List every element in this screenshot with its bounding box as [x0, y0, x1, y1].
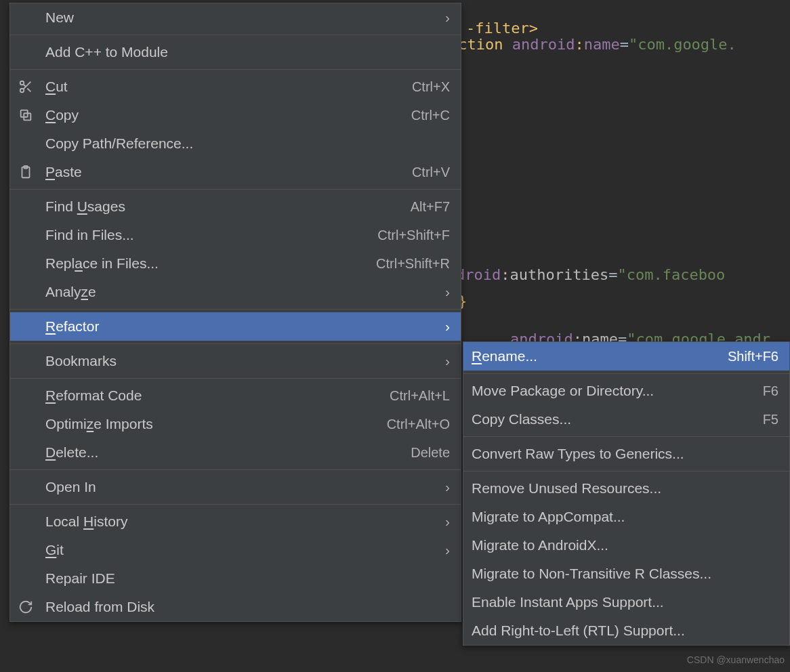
menu-separator: [10, 69, 461, 70]
submenu-enable-instant-label: Enable Instant Apps Support...: [472, 594, 778, 610]
menu-separator: [463, 471, 789, 471]
chevron-right-icon: ›: [439, 284, 450, 300]
menu-bookmarks[interactable]: Bookmarks ›: [10, 347, 461, 375]
menu-replace-in-files-label: Replace in Files...: [45, 255, 376, 272]
clipboard-icon: [18, 165, 45, 180]
menu-copy-label: Copy: [45, 107, 411, 123]
menu-find-usages[interactable]: Find Usages Alt+F7: [10, 192, 461, 221]
menu-cut[interactable]: Cut Ctrl+X: [10, 72, 461, 101]
menu-paste-label: Paste: [45, 164, 412, 180]
code-line-1: action android:name="com.google.: [413, 0, 736, 89]
menu-find-in-files[interactable]: Find in Files... Ctrl+Shift+F: [10, 221, 461, 249]
copy-icon: [18, 108, 45, 123]
submenu-move-package[interactable]: Move Package or Directory... F6: [463, 377, 789, 405]
submenu-migrate-nontransitive[interactable]: Migrate to Non-Transitive R Classes...: [463, 560, 789, 588]
menu-optimize-imports[interactable]: Optimize Imports Ctrl+Alt+O: [10, 410, 461, 438]
submenu-convert-raw-label: Convert Raw Types to Generics...: [472, 446, 778, 462]
code-line-2: -filter>: [466, 14, 538, 43]
menu-reload-from-disk[interactable]: Reload from Disk: [10, 593, 461, 621]
menu-separator: [10, 343, 461, 344]
menu-separator: [10, 378, 461, 379]
menu-cut-label: Cut: [45, 79, 412, 95]
menu-paste-shortcut: Ctrl+V: [412, 165, 450, 180]
menu-replace-in-files[interactable]: Replace in Files... Ctrl+Shift+R: [10, 249, 461, 278]
submenu-add-rtl[interactable]: Add Right-to-Left (RTL) Support...: [463, 616, 789, 645]
menu-add-cpp-label: Add C++ to Module: [45, 44, 450, 60]
menu-copy-shortcut: Ctrl+C: [411, 108, 450, 123]
menu-separator: [10, 469, 461, 470]
menu-reformat-shortcut: Ctrl+Alt+L: [390, 388, 450, 404]
menu-separator: [10, 35, 461, 35]
menu-find-in-files-shortcut: Ctrl+Shift+F: [377, 228, 450, 243]
menu-separator: [10, 504, 461, 505]
submenu-migrate-appcompat[interactable]: Migrate to AppCompat...: [463, 503, 789, 531]
menu-git[interactable]: Git ›: [10, 536, 461, 564]
menu-delete-shortcut: Delete: [411, 445, 450, 461]
menu-reformat[interactable]: Reformat Code Ctrl+Alt+L: [10, 381, 461, 410]
submenu-rename[interactable]: Rename... Shift+F6: [463, 342, 789, 371]
scissors-icon: [18, 79, 45, 94]
chevron-right-icon: ›: [439, 479, 450, 495]
submenu-enable-instant[interactable]: Enable Instant Apps Support...: [463, 588, 789, 616]
menu-find-usages-label: Find Usages: [45, 198, 411, 215]
submenu-remove-unused[interactable]: Remove Unused Resources...: [463, 474, 789, 503]
submenu-move-package-label: Move Package or Directory...: [472, 383, 763, 399]
menu-copy[interactable]: Copy Ctrl+C: [10, 101, 461, 129]
menu-replace-in-files-shortcut: Ctrl+Shift+R: [376, 256, 450, 272]
submenu-convert-raw[interactable]: Convert Raw Types to Generics...: [463, 440, 789, 468]
menu-paste[interactable]: Paste Ctrl+V: [10, 158, 461, 186]
menu-open-in-label: Open In: [45, 479, 434, 495]
chevron-right-icon: ›: [439, 318, 450, 335]
chevron-right-icon: ›: [439, 9, 450, 26]
menu-delete[interactable]: Delete... Delete: [10, 438, 461, 467]
submenu-copy-classes-label: Copy Classes...: [472, 411, 763, 427]
submenu-copy-classes[interactable]: Copy Classes... F5: [463, 405, 789, 434]
submenu-rename-label: Rename...: [472, 348, 728, 364]
submenu-rename-shortcut: Shift+F6: [728, 349, 778, 364]
menu-add-cpp[interactable]: Add C++ to Module: [10, 38, 461, 66]
menu-cut-shortcut: Ctrl+X: [412, 79, 450, 95]
submenu-move-package-shortcut: F6: [763, 383, 778, 399]
menu-delete-label: Delete...: [45, 444, 411, 461]
refactor-submenu: Rename... Shift+F6 Move Package or Direc…: [463, 341, 790, 646]
menu-separator: [463, 373, 789, 374]
menu-reformat-label: Reformat Code: [45, 387, 390, 404]
submenu-migrate-appcompat-label: Migrate to AppCompat...: [472, 509, 778, 525]
menu-analyze-label: Analyze: [45, 284, 434, 300]
menu-repair-ide[interactable]: Repair IDE: [10, 564, 461, 593]
menu-refactor[interactable]: Refactor ›: [10, 312, 461, 341]
menu-analyze[interactable]: Analyze ›: [10, 278, 461, 306]
menu-find-in-files-label: Find in Files...: [45, 227, 377, 243]
submenu-add-rtl-label: Add Right-to-Left (RTL) Support...: [472, 623, 778, 639]
menu-bookmarks-label: Bookmarks: [45, 353, 434, 369]
menu-optimize-imports-label: Optimize Imports: [45, 416, 387, 432]
menu-local-history[interactable]: Local History ›: [10, 507, 461, 536]
menu-new[interactable]: New ›: [10, 3, 461, 32]
submenu-remove-unused-label: Remove Unused Resources...: [472, 480, 778, 497]
menu-separator: [463, 436, 789, 437]
svg-line-4: [23, 84, 26, 87]
menu-find-usages-shortcut: Alt+F7: [411, 199, 450, 215]
submenu-migrate-androidx[interactable]: Migrate to AndroidX...: [463, 531, 789, 560]
menu-new-label: New: [45, 9, 434, 26]
menu-git-label: Git: [45, 542, 434, 558]
submenu-migrate-nontransitive-label: Migrate to Non-Transitive R Classes...: [472, 566, 778, 582]
menu-local-history-label: Local History: [45, 513, 434, 530]
menu-copy-path[interactable]: Copy Path/Reference...: [10, 129, 461, 158]
submenu-migrate-androidx-label: Migrate to AndroidX...: [472, 537, 778, 553]
menu-separator: [10, 189, 461, 190]
menu-open-in[interactable]: Open In ›: [10, 473, 461, 501]
menu-copy-path-label: Copy Path/Reference...: [45, 135, 450, 152]
menu-separator: [10, 309, 461, 310]
chevron-right-icon: ›: [439, 542, 450, 558]
svg-line-3: [27, 88, 30, 91]
context-menu: New › Add C++ to Module Cut Ctrl+X Copy …: [9, 3, 461, 622]
menu-refactor-label: Refactor: [45, 318, 434, 335]
chevron-right-icon: ›: [439, 353, 450, 369]
menu-optimize-imports-shortcut: Ctrl+Alt+O: [387, 417, 450, 432]
reload-icon: [18, 600, 45, 614]
menu-repair-ide-label: Repair IDE: [45, 570, 450, 587]
submenu-copy-classes-shortcut: F5: [763, 412, 778, 427]
menu-reload-label: Reload from Disk: [45, 599, 450, 615]
chevron-right-icon: ›: [439, 513, 450, 530]
